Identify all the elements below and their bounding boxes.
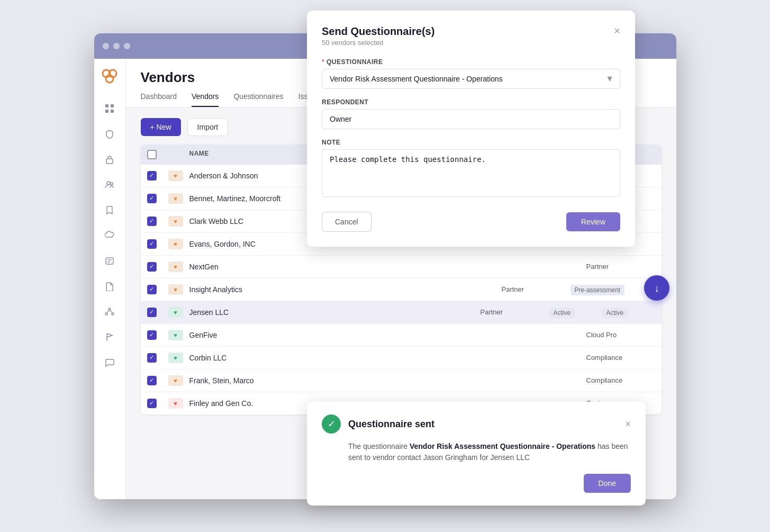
row-checkbox[interactable]: ✓	[147, 285, 157, 294]
favorite-badge[interactable]: ♥	[168, 398, 183, 409]
row-checkbox[interactable]: ✓	[147, 194, 157, 203]
success-icon: ✓	[322, 414, 341, 434]
sidebar	[94, 59, 126, 499]
success-notification: ✓ Questionnaire sent × The questionnaire…	[307, 402, 646, 506]
questionnaire-select-wrapper: Vendor Risk Assessment Questionnaire - O…	[322, 69, 620, 89]
row-checkbox[interactable]: ✓	[147, 308, 157, 317]
select-all-checkbox[interactable]	[147, 150, 157, 159]
import-button[interactable]: Import	[187, 118, 229, 136]
favorite-badge[interactable]: ♥	[168, 307, 183, 318]
respondent-field-group: RESPONDENT	[322, 98, 620, 129]
respondent-label: RESPONDENT	[322, 98, 620, 106]
sidebar-icon-chat[interactable]	[102, 355, 117, 370]
cancel-button[interactable]: Cancel	[322, 212, 372, 232]
vendor-name: Frank, Stein, Marco	[189, 376, 586, 385]
vendor-name: Insight Analytics	[189, 285, 502, 294]
new-button[interactable]: + New	[141, 118, 181, 136]
table-row: ✓ ♥ Jensen LLC Partner Active Active	[141, 301, 662, 324]
favorite-badge[interactable]: ♥	[168, 375, 183, 386]
row-checkbox[interactable]: ✓	[147, 353, 157, 363]
svg-rect-7	[106, 159, 113, 164]
svg-line-17	[110, 310, 113, 313]
vendor-name: NextGen	[189, 263, 586, 271]
favorite-badge[interactable]: ♥	[168, 216, 183, 227]
sidebar-icon-users[interactable]	[102, 177, 117, 192]
questionnaire-label: * QUESTIONNAIRE	[322, 58, 620, 66]
questionnaire-field-group: * QUESTIONNAIRE Vendor Risk Assessment Q…	[322, 58, 620, 89]
sidebar-icon-lock[interactable]	[102, 152, 117, 167]
note-field-group: NOTE Please complete this questionnaire.	[322, 139, 620, 199]
svg-rect-5	[105, 110, 108, 113]
tab-dashboard[interactable]: Dashboard	[141, 92, 177, 107]
table-row: ✓ ♥ Insight Analytics Partner Pre-assess…	[141, 278, 662, 301]
vendor-category: Compliance	[586, 376, 655, 384]
row-checkbox[interactable]: ✓	[147, 239, 157, 249]
header-checkbox	[147, 150, 168, 159]
svg-point-8	[107, 182, 110, 185]
note-label: NOTE	[322, 139, 620, 146]
header-favorite	[168, 150, 189, 159]
traffic-light-yellow	[113, 43, 120, 49]
app-logo	[100, 67, 119, 86]
vendor-category: Cloud Pro	[586, 331, 655, 339]
vendor-status-1: Active	[549, 308, 575, 318]
row-checkbox[interactable]: ✓	[147, 376, 157, 385]
traffic-light-green	[124, 43, 130, 49]
vendor-category: Compliance	[586, 354, 655, 362]
favorite-badge[interactable]: ♥	[168, 284, 183, 295]
vendor-name: GenFive	[189, 331, 586, 339]
vendor-category: Partner	[481, 308, 549, 316]
favorite-badge[interactable]: ♥	[168, 262, 183, 272]
row-checkbox[interactable]: ✓	[147, 399, 157, 408]
tab-questionnaires[interactable]: Questionnaires	[233, 92, 283, 107]
row-checkbox[interactable]: ✓	[147, 171, 157, 181]
sidebar-icon-flag[interactable]	[102, 330, 117, 345]
favorite-badge[interactable]: ♥	[168, 353, 183, 363]
modal-title-group: Send Questionnaire(s) 50 vendors selecte…	[322, 25, 434, 47]
done-button[interactable]: Done	[584, 474, 631, 493]
favorite-badge[interactable]: ♥	[168, 330, 183, 340]
sidebar-icon-bookmark[interactable]	[102, 203, 117, 218]
sidebar-icon-network[interactable]	[102, 304, 117, 319]
svg-point-14	[105, 313, 107, 315]
notification-body: The questionnaire Vendor Risk Assessment…	[322, 441, 631, 463]
vendor-category: Partner	[586, 263, 655, 270]
modal-header: Send Questionnaire(s) 50 vendors selecte…	[322, 25, 620, 47]
vendor-name: Corbin LLC	[189, 354, 586, 362]
modal-actions: Cancel Review	[322, 212, 620, 232]
svg-line-16	[106, 310, 110, 313]
svg-rect-3	[105, 104, 108, 107]
modal-title: Send Questionnaire(s)	[322, 25, 434, 38]
questionnaire-select[interactable]: Vendor Risk Assessment Questionnaire - O…	[322, 69, 620, 89]
svg-point-15	[112, 313, 114, 315]
sidebar-icon-cloud[interactable]	[102, 228, 117, 243]
favorite-badge[interactable]: ♥	[168, 239, 183, 249]
sidebar-icon-shield[interactable]	[102, 127, 117, 141]
row-checkbox[interactable]: ✓	[147, 330, 157, 340]
row-checkbox[interactable]: ✓	[147, 217, 157, 226]
row-checkbox[interactable]: ✓	[147, 262, 157, 272]
traffic-lights	[103, 43, 130, 49]
favorite-badge[interactable]: ♥	[168, 193, 183, 204]
sidebar-icon-list[interactable]	[102, 254, 117, 268]
sidebar-icon-grid[interactable]	[102, 101, 117, 116]
svg-point-13	[108, 308, 111, 310]
modal-subtitle: 50 vendors selected	[322, 39, 434, 47]
vendor-name: Jensen LLC	[189, 308, 481, 317]
table-row: ✓ ♥ Corbin LLC Compliance	[141, 347, 662, 369]
table-row: ✓ ♥ GenFive Cloud Pro	[141, 324, 662, 347]
svg-rect-6	[111, 110, 114, 113]
sidebar-icon-doc[interactable]	[102, 279, 117, 294]
respondent-input[interactable]	[322, 109, 620, 129]
send-questionnaire-modal: Send Questionnaire(s) 50 vendors selecte…	[307, 11, 635, 247]
tab-vendors[interactable]: Vendors	[192, 92, 219, 107]
svg-rect-10	[106, 258, 113, 264]
scroll-down-button[interactable]: ↓	[644, 275, 669, 301]
favorite-badge[interactable]: ♥	[168, 170, 183, 181]
modal-close-button[interactable]: ×	[614, 25, 620, 36]
note-textarea[interactable]: Please complete this questionnaire.	[322, 149, 620, 197]
notification-actions: Done	[322, 474, 631, 493]
vendor-category: Partner	[502, 285, 570, 293]
review-button[interactable]: Review	[566, 212, 620, 231]
notification-close-button[interactable]: ×	[625, 419, 631, 430]
